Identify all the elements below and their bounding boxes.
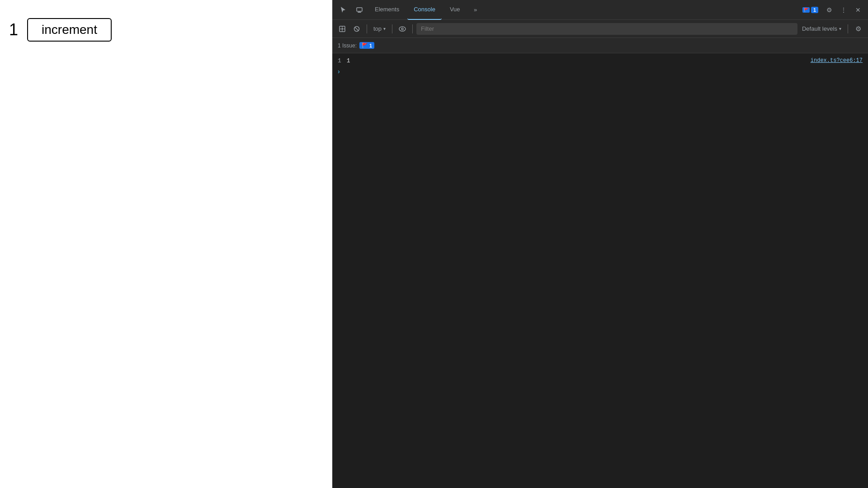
- console-log-line: 1 1 index.ts?cee6:17: [332, 55, 868, 66]
- toolbar-divider: [367, 24, 367, 33]
- svg-point-13: [399, 27, 406, 31]
- svg-rect-0: [357, 8, 362, 11]
- badge-count: 1: [811, 7, 818, 13]
- dropdown-arrow-icon: ▾: [383, 26, 386, 31]
- toolbar-divider4: [848, 24, 848, 33]
- console-line-source[interactable]: index.ts?cee6:17: [811, 57, 863, 64]
- default-levels-arrow: ▾: [839, 26, 841, 31]
- issues-badge[interactable]: 🚩 1: [799, 6, 821, 14]
- console-settings-icon[interactable]: ⚙: [852, 23, 864, 35]
- close-icon[interactable]: ✕: [852, 4, 864, 16]
- settings-icon[interactable]: ⚙: [823, 4, 835, 16]
- issue-flag-icon: 🚩: [362, 42, 368, 48]
- play-icon[interactable]: [336, 23, 349, 35]
- more-tabs-icon[interactable]: »: [468, 3, 483, 17]
- ban-icon[interactable]: [350, 23, 363, 35]
- more-options-icon[interactable]: ⋮: [837, 4, 850, 16]
- console-output: 1 1 index.ts?cee6:17 ›: [332, 53, 868, 488]
- svg-point-14: [401, 28, 403, 30]
- devtools-tabs: Elements Console Vue » 🚩 1 ⚙ ⋮ ✕: [332, 0, 868, 20]
- svg-point-6: [341, 28, 343, 30]
- issues-bar: 1 Issue: 🚩 1: [332, 38, 868, 53]
- counter-value: 1: [9, 20, 18, 39]
- console-toolbar: top ▾ Default levels ▾ ⚙: [332, 20, 868, 38]
- top-label: top: [373, 25, 382, 32]
- issue-badge-count: 1: [369, 43, 372, 48]
- increment-button[interactable]: increment: [27, 18, 112, 42]
- tab-vue[interactable]: Vue: [443, 0, 467, 20]
- tab-elements[interactable]: Elements: [368, 0, 406, 20]
- filter-input[interactable]: [416, 23, 797, 35]
- toolbar-divider2: [392, 24, 392, 33]
- devtools-actions: 🚩 1 ⚙ ⋮ ✕: [799, 4, 864, 16]
- issue-badge[interactable]: 🚩 1: [359, 42, 374, 49]
- cursor-icon[interactable]: [336, 3, 350, 17]
- eye-icon[interactable]: [396, 23, 409, 35]
- prompt-chevron-icon: ›: [338, 68, 340, 75]
- console-line-number: 1: [338, 57, 341, 64]
- issues-text: 1 Issue:: [338, 42, 357, 49]
- console-line-value: 1: [347, 57, 350, 64]
- web-content: 1 increment: [0, 0, 332, 488]
- svg-rect-2: [358, 12, 361, 13]
- top-dropdown[interactable]: top ▾: [371, 24, 388, 33]
- svg-line-12: [355, 27, 359, 31]
- console-prompt-line[interactable]: ›: [332, 66, 868, 77]
- toolbar-divider3: [412, 24, 413, 33]
- tab-console[interactable]: Console: [407, 0, 442, 20]
- devtools-panel: Elements Console Vue » 🚩 1 ⚙ ⋮ ✕: [332, 0, 868, 488]
- default-levels-dropdown[interactable]: Default levels ▾: [799, 24, 844, 33]
- default-levels-label: Default levels: [802, 25, 837, 32]
- device-icon[interactable]: [352, 3, 367, 17]
- counter-display: 1 increment: [9, 18, 112, 42]
- svg-text:🚩: 🚩: [803, 7, 809, 13]
